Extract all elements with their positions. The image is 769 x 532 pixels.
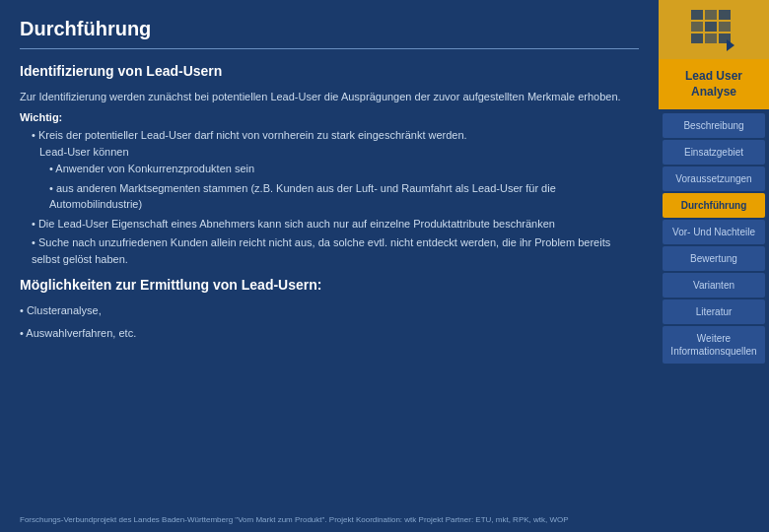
sidebar-item-varianten[interactable]: Varianten: [663, 273, 765, 298]
bullet-item-1: Kreis der potentieller Lead-User darf ni…: [20, 127, 639, 144]
sidebar-nav: Beschreibung Einsatzgebiet Voraussetzung…: [659, 109, 769, 532]
sidebar-item-literatur[interactable]: Literatur: [663, 299, 765, 324]
page-title: Durchführung: [20, 18, 639, 40]
svg-rect-6: [691, 33, 703, 43]
bullet-item-2: Die Lead-User Eigenschaft eines Abnehmer…: [20, 216, 639, 233]
sidebar-item-voraussetzungen[interactable]: Voraussetzungen: [663, 166, 765, 191]
svg-rect-1: [705, 10, 717, 20]
bullet-item-3: Suche nach unzufriedenen Kunden allein r…: [20, 234, 639, 267]
svg-rect-4: [705, 22, 717, 32]
lead-user-kann: Lead-User können: [20, 146, 639, 158]
moeglichkeiten-heading: Möglichkeiten zur Ermittlung von Lead-Us…: [20, 277, 639, 293]
title-divider: [20, 48, 639, 49]
svg-rect-7: [705, 33, 717, 43]
footer-text: Forschungs-Verbundprojekt des Landes Bad…: [20, 515, 569, 524]
sub-bullet-item-1: Anwender von Konkurrenzprodukten sein: [20, 161, 639, 177]
sidebar-item-vor-und-nachteile[interactable]: Vor- Und Nachteile: [663, 220, 765, 244]
svg-rect-2: [719, 10, 731, 20]
moeglichkeit-1: • Clusteranalyse,: [20, 302, 639, 319]
sidebar-logo: [659, 0, 769, 59]
logo-icon: [689, 8, 738, 52]
sidebar-item-beschreibung[interactable]: Beschreibung: [663, 113, 765, 138]
intro-text: Zur Identifizierung werden zunächst bei …: [20, 89, 639, 105]
sidebar-item-weitere-informationsquellen[interactable]: Weitere Informationsquellen: [663, 326, 765, 364]
svg-rect-5: [719, 22, 731, 32]
sub-bullet-item-2: aus anderen Marktsegmenten stammen (z.B.…: [20, 180, 639, 213]
content-area: Durchführung Identifizierung von Lead-Us…: [0, 0, 659, 532]
sidebar-item-bewertung[interactable]: Bewertung: [663, 246, 765, 271]
svg-rect-0: [691, 10, 703, 20]
svg-rect-3: [691, 22, 703, 32]
section-heading: Identifizierung von Lead-Usern: [20, 63, 639, 79]
moeglichkeit-2: • Auswahlverfahren, etc.: [20, 325, 639, 342]
wichtig-label: Wichtig:: [20, 111, 639, 123]
sidebar: Lead User Analyse Beschreibung Einsatzge…: [659, 0, 769, 532]
sidebar-item-durchfuehrung[interactable]: Durchführung: [663, 193, 765, 218]
sidebar-item-einsatzgebiet[interactable]: Einsatzgebiet: [663, 140, 765, 165]
lead-user-analyse-button[interactable]: Lead User Analyse: [659, 59, 769, 109]
